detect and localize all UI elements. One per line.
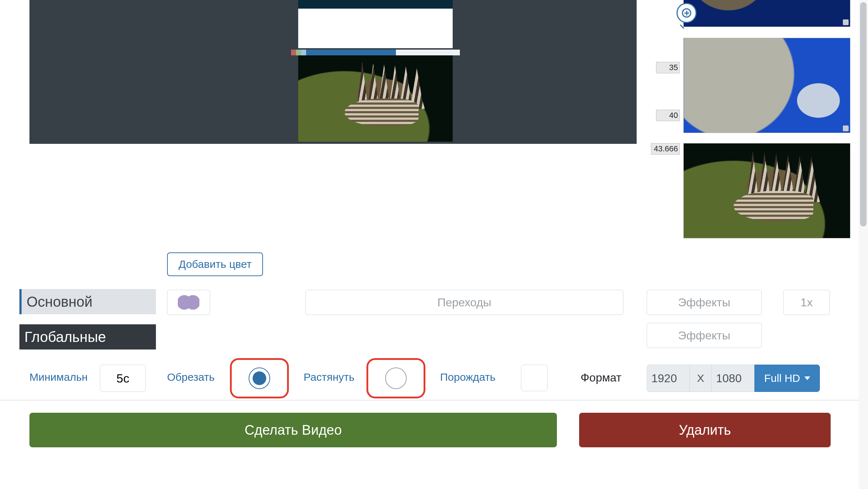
make-video-button[interactable]: Сделать Видео (29, 413, 557, 447)
timeline-thumb-3[interactable] (683, 143, 850, 238)
lionfish-image (298, 55, 453, 142)
preview-progress-fill (306, 50, 396, 55)
crop-radio-highlight (230, 358, 289, 398)
preview-frame-image (298, 55, 453, 142)
timeline-tick-35: 35 (656, 62, 680, 73)
tab-global[interactable]: Глобальные (19, 324, 156, 349)
footer-bar: Сделать Видео Удалить (0, 400, 868, 489)
stretch-radio-highlight (366, 358, 425, 398)
controls-panel: Добавить цвет Основной Глобальные Перехо… (0, 242, 868, 395)
timeline-tick-43: 43.666 (651, 143, 680, 155)
timeline-sidebar: 35 40 43.666 (680, 0, 852, 242)
preview-frame-prev-slice (298, 0, 453, 9)
stretch-radio[interactable] (385, 367, 407, 389)
resolution-preset-button[interactable]: Full HD (754, 365, 820, 392)
min-duration-label: Минимальн (29, 371, 87, 383)
scrollbar-thumb[interactable] (860, 2, 867, 227)
resolution-preset-label: Full HD (764, 372, 800, 384)
height-input[interactable] (711, 365, 754, 392)
delete-button[interactable]: Удалить (579, 413, 831, 447)
preview-frame-stack (298, 0, 453, 144)
chevron-down-icon (804, 376, 810, 380)
pattern-thumb-button[interactable] (167, 290, 210, 315)
zoom-in-icon (682, 8, 691, 18)
lionfish-image (684, 143, 850, 238)
timeline-tick-40: 40 (656, 110, 680, 121)
generate-label: Порождать (440, 371, 498, 383)
vertical-scrollbar[interactable] (859, 0, 868, 489)
zoom-in-button[interactable] (677, 3, 697, 23)
width-input[interactable] (647, 365, 690, 392)
preview-progress-bar[interactable] (291, 50, 460, 55)
thumb-badge-icon (843, 125, 849, 131)
thumb-badge-icon (843, 19, 849, 25)
generate-checkbox[interactable] (521, 365, 548, 391)
preview-canvas (29, 0, 637, 144)
butterfly-icon (178, 293, 199, 312)
transitions-select[interactable]: Переходы (305, 290, 623, 315)
settings-row: Минимальн Обрезать Растянуть Порождать Ф… (0, 360, 868, 393)
min-duration-input[interactable] (100, 365, 146, 392)
timeline-thumb-2[interactable] (683, 38, 850, 133)
timeline-thumb-1[interactable] (683, 0, 850, 27)
add-color-button[interactable]: Добавить цвет (167, 252, 263, 276)
dimension-x-label: X (690, 365, 711, 392)
effects-select-1[interactable]: Эффекты (647, 290, 762, 315)
format-label: Формат (581, 371, 622, 384)
app-root: 35 40 43.666 Добавить цвет Основной Глоб… (0, 0, 868, 489)
preview-frame-blank (298, 9, 453, 48)
crop-label: Обрезать (167, 371, 214, 383)
speed-select[interactable]: 1x (783, 290, 830, 315)
dimensions-group: X Full HD (647, 365, 820, 392)
effects-select-2[interactable]: Эффекты (647, 323, 762, 348)
tab-main[interactable]: Основной (19, 289, 156, 314)
stretch-label: Растянуть (304, 371, 355, 383)
crop-radio[interactable] (249, 367, 270, 389)
